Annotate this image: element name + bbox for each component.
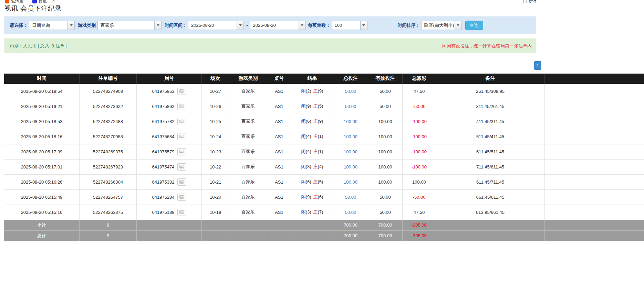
game-type-select[interactable]: 百家乐 — [97, 21, 162, 30]
total-bet-link[interactable]: 50.00 — [345, 210, 356, 215]
table-row: 2025-08-20 05:17:01522748267923641975474… — [4, 159, 644, 174]
round-detail-icon[interactable] — [177, 209, 186, 216]
cell-round-id: 641975684 — [137, 129, 202, 144]
date-from-input[interactable]: 2025-08-20 — [188, 21, 244, 30]
banker-score: (9) — [318, 88, 323, 94]
banker-result: 庄 — [313, 194, 318, 199]
all-bookmarks-button[interactable]: 所有 — [523, 0, 537, 4]
cell-round-id: 641975382 — [137, 174, 202, 189]
cell-payout: 47.50 — [403, 205, 436, 220]
total-bet-link[interactable]: 100.00 — [344, 164, 357, 170]
round-detail-icon[interactable] — [177, 118, 186, 125]
cell-round-id: 641975782 — [137, 114, 202, 129]
banker-result: 庄 — [313, 164, 318, 169]
total-bet-link[interactable]: 50.00 — [345, 104, 356, 109]
payout-value: -100.00 — [412, 149, 427, 154]
player-score: (9) — [306, 103, 311, 109]
column-header: 桌号 — [267, 74, 291, 84]
bookmark-baidu[interactable]: 百度一下 — [32, 0, 55, 4]
round-detail-icon[interactable] — [177, 103, 186, 110]
round-id: 641975862 — [152, 104, 174, 109]
total-bet-link[interactable]: 100.00 — [344, 179, 357, 185]
cell-time: 2025-08-20 05:15:16 — [4, 205, 80, 220]
total-bet-link[interactable]: 100.00 — [344, 134, 357, 139]
bookmark-label: 百度一下 — [39, 0, 55, 4]
page-button-1[interactable]: 1 — [534, 61, 541, 70]
cell-game-type: 百家乐 — [229, 144, 267, 159]
player-result: 闲 — [301, 88, 306, 94]
subtotal-label: 小计 — [4, 220, 80, 230]
cell-result: 闲(9)庄(5) — [291, 99, 333, 114]
table-row: 2025-08-20 05:17:39522748269375641975579… — [4, 144, 644, 159]
cell-remark: 611.45/511.45 — [436, 144, 545, 159]
table-row: 2025-08-20 05:19:54522748274908641975953… — [4, 84, 644, 99]
game-type-value: 百家乐 — [98, 21, 154, 30]
cell-bet-id: 522748267923 — [80, 159, 137, 174]
total-valid-bet: 700.00 — [368, 230, 403, 241]
cell-remark: 711.45/611.45 — [436, 159, 545, 174]
taobao-icon — [5, 0, 9, 3]
round-detail-icon[interactable] — [177, 194, 186, 201]
cell-table-id: AS1 — [267, 174, 291, 189]
cell-total-bet: 100.00 — [333, 144, 368, 159]
cell-total-bet: 50.00 — [333, 99, 368, 114]
banker-score: (6) — [318, 194, 323, 199]
total-bet-link[interactable]: 100.00 — [344, 119, 357, 124]
payout-value: -100.00 — [412, 119, 427, 124]
cell-valid-bet: 100.00 — [368, 129, 403, 144]
page-size-label: 每页笔数： — [308, 22, 331, 29]
payout-value: -50.00 — [413, 104, 426, 109]
player-result: 闲 — [301, 134, 306, 139]
cell-table-id: AS1 — [267, 144, 291, 159]
cell-game-type: 百家乐 — [229, 129, 267, 144]
cell-time: 2025-08-20 05:16:26 — [4, 174, 80, 189]
cell-result: 闲(4)庄(1) — [291, 144, 333, 159]
total-bet-link[interactable]: 50.00 — [345, 89, 356, 94]
cell-session: 10-23 — [202, 144, 229, 159]
query-button[interactable]: 查询 — [465, 21, 483, 30]
player-score: (3) — [306, 209, 311, 215]
date-to-input[interactable]: 2025-08-20 — [250, 21, 306, 30]
cell-bet-id: 522748269375 — [80, 144, 137, 159]
round-detail-icon[interactable] — [177, 163, 186, 171]
records-table: 时间注单编号局号场次游戏类别桌号结果总投注有效投注总派彩备注 2025-08-2… — [4, 74, 644, 241]
cell-session: 10-22 — [202, 159, 229, 174]
total-count: 9 — [80, 230, 137, 241]
chevron-down-icon[interactable] — [67, 21, 74, 30]
banker-result: 庄 — [313, 179, 318, 184]
total-bet-link[interactable]: 100.00 — [344, 149, 357, 154]
table-header-row: 时间注单编号局号场次游戏类别桌号结果总投注有效投注总派彩备注 — [4, 74, 644, 84]
cell-bet-id: 522748270988 — [80, 129, 137, 144]
bookmark-taobao[interactable]: 爱淘宝 — [5, 0, 23, 4]
chevron-down-icon[interactable] — [154, 21, 161, 30]
page-size-input[interactable]: 100 — [332, 21, 367, 30]
banker-score: (9) — [318, 119, 323, 124]
query-type-select[interactable]: 日期查询 — [29, 21, 75, 30]
sort-select[interactable]: 降幂(由大到小) — [421, 21, 462, 30]
round-detail-icon[interactable] — [177, 88, 186, 95]
round-detail-icon[interactable] — [177, 148, 186, 155]
select-label: 请选择： — [10, 22, 28, 29]
bookmark-label: 爱淘宝 — [11, 0, 23, 4]
player-score: (4) — [306, 149, 311, 154]
chevron-down-icon[interactable] — [237, 21, 243, 30]
cell-extra — [545, 144, 644, 159]
chevron-down-icon[interactable] — [455, 21, 461, 30]
column-header: 有效投注 — [368, 74, 403, 84]
chevron-down-icon[interactable] — [360, 21, 367, 30]
round-detail-icon[interactable] — [177, 178, 186, 186]
total-bet-link[interactable]: 50.00 — [345, 195, 356, 200]
baidu-icon — [32, 0, 37, 3]
payout-value: -100.00 — [412, 164, 427, 170]
chevron-down-icon[interactable] — [299, 21, 305, 30]
banker-result: 庄 — [313, 134, 318, 139]
cell-result: 闲(9)庄(6) — [291, 189, 333, 205]
cell-round-id: 641975579 — [137, 144, 202, 159]
player-result: 闲 — [301, 179, 306, 184]
cell-table-id: AS1 — [267, 159, 291, 174]
cell-total-bet: 50.00 — [333, 189, 368, 205]
round-detail-icon[interactable] — [177, 133, 186, 140]
cell-bet-id: 522748264757 — [80, 189, 137, 205]
cell-result: 闲(4)庄(1) — [291, 129, 333, 144]
column-header: 局号 — [137, 74, 202, 84]
